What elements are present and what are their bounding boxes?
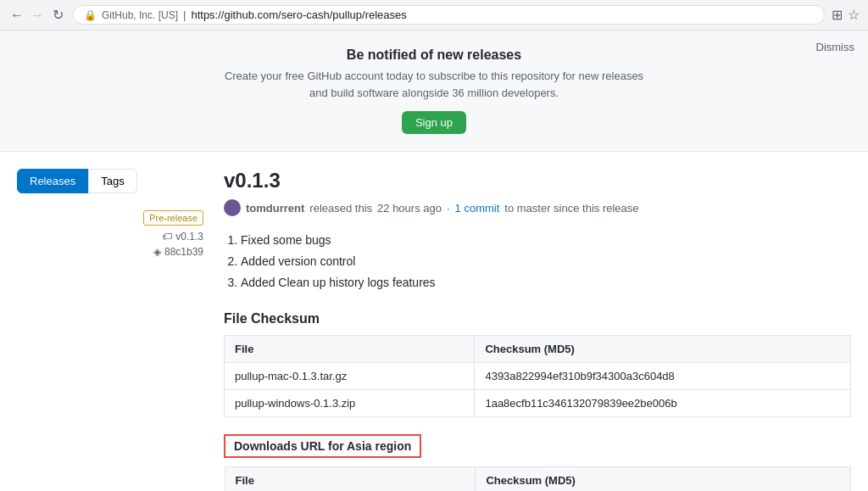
release-notes: Fixed some bugs Added version control Ad… xyxy=(224,230,851,294)
release-time: released this xyxy=(309,202,372,215)
extensions-icon: ⊞ xyxy=(832,7,843,23)
sidebar-commit-label: 88c1b39 xyxy=(164,246,203,258)
release-title: v0.1.3 xyxy=(224,169,851,192)
table-row: pullup-mac-0.1.3.tar.gz 4393a822994ef310… xyxy=(225,362,851,389)
downloads-asia-header: Downloads URL for Asia region xyxy=(224,434,421,458)
file-name-1: pullup-mac-0.1.3.tar.gz xyxy=(225,362,475,389)
browser-actions: ⊞ ☆ xyxy=(832,7,860,23)
notification-banner: Dismiss Be notified of new releases Crea… xyxy=(0,31,868,152)
pre-release-badge: Pre-release xyxy=(143,210,203,226)
release-meta: tomdurrent released this 22 hours ago · … xyxy=(224,199,851,216)
release-author: tomdurrent xyxy=(246,202,304,215)
signup-button[interactable]: Sign up xyxy=(402,111,466,134)
notification-description: Create your free GitHub account today to… xyxy=(222,68,646,101)
sidebar-tag: 🏷 v0.1.3 xyxy=(17,231,203,243)
avatar xyxy=(224,199,241,216)
checksum-2: 1aa8ecfb11c346132079839ee2be006b xyxy=(475,389,851,416)
asia-col-checksum-header: Checksum (MD5) xyxy=(476,466,851,491)
downloads-asia-table: File Checksum (MD5) pullup-mac-0.1.3.tar… xyxy=(224,466,851,491)
forward-button[interactable]: → xyxy=(29,7,46,24)
release-time-ago: 22 hours ago xyxy=(377,202,442,215)
sidebar-release-info: Pre-release 🏷 v0.1.3 ◈ 88c1b39 xyxy=(17,210,203,258)
sidebar-tag-label: v0.1.3 xyxy=(175,231,203,243)
commit-link[interactable]: 1 commit xyxy=(455,202,500,215)
release-notes-list: Fixed some bugs Added version control Ad… xyxy=(224,230,851,294)
file-name-2: pullup-windows-0.1.3.zip xyxy=(225,389,475,416)
release-note-2: Added version control xyxy=(241,251,851,272)
file-checksum-table: File Checksum (MD5) pullup-mac-0.1.3.tar… xyxy=(224,335,851,417)
browser-chrome: ← → ↻ 🔒 GitHub, Inc. [US] | https://gith… xyxy=(0,0,868,31)
site-name: GitHub, Inc. [US] xyxy=(102,9,178,21)
tab-tags[interactable]: Tags xyxy=(88,169,136,193)
address-bar[interactable]: 🔒 GitHub, Inc. [US] | https://github.com… xyxy=(73,5,825,25)
separator: | xyxy=(183,8,186,21)
downloads-asia-section: Downloads URL for Asia region Mac用户点击此处下… xyxy=(224,434,851,491)
bookmark-icon[interactable]: ☆ xyxy=(848,7,860,23)
commit-icon: ◈ xyxy=(153,246,161,258)
tag-icon: 🏷 xyxy=(162,231,172,243)
release-note-1: Fixed some bugs xyxy=(241,230,851,251)
release-note-3: Added Clean up history logs features xyxy=(241,272,851,293)
table-row: pullup-windows-0.1.3.zip 1aa8ecfb11c3461… xyxy=(225,389,851,416)
sidebar-commit: ◈ 88c1b39 xyxy=(17,246,203,258)
lock-icon: 🔒 xyxy=(84,9,97,21)
dismiss-button[interactable]: Dismiss xyxy=(816,41,855,53)
release-tabs: Releases Tags xyxy=(17,169,203,193)
notification-title: Be notified of new releases xyxy=(17,47,851,63)
file-checksum-title: File Checksum xyxy=(224,311,851,326)
main-container: Releases Tags Pre-release 🏷 v0.1.3 ◈ 88c… xyxy=(0,152,868,491)
sidebar: Releases Tags Pre-release 🏷 v0.1.3 ◈ 88c… xyxy=(17,169,203,491)
url-text: https://github.com/sero-cash/pullup/rele… xyxy=(191,8,406,21)
back-button[interactable]: ← xyxy=(8,7,25,24)
col-checksum-header: Checksum (MD5) xyxy=(475,335,851,362)
release-dot: · xyxy=(447,202,450,215)
reload-button[interactable]: ↻ xyxy=(49,7,66,24)
release-commit-suffix: to master since this release xyxy=(504,202,638,215)
annotation-container: Mac用户点击此处下载 Windows用户点击此处下载 xyxy=(224,466,851,491)
tab-releases[interactable]: Releases xyxy=(17,169,88,193)
nav-buttons: ← → ↻ xyxy=(8,7,66,24)
release-content: v0.1.3 tomdurrent released this 22 hours… xyxy=(224,169,851,491)
asia-col-file-header: File xyxy=(225,466,476,491)
col-file-header: File xyxy=(225,335,475,362)
checksum-1: 4393a822994ef310b9f34300a3c604d8 xyxy=(475,362,851,389)
